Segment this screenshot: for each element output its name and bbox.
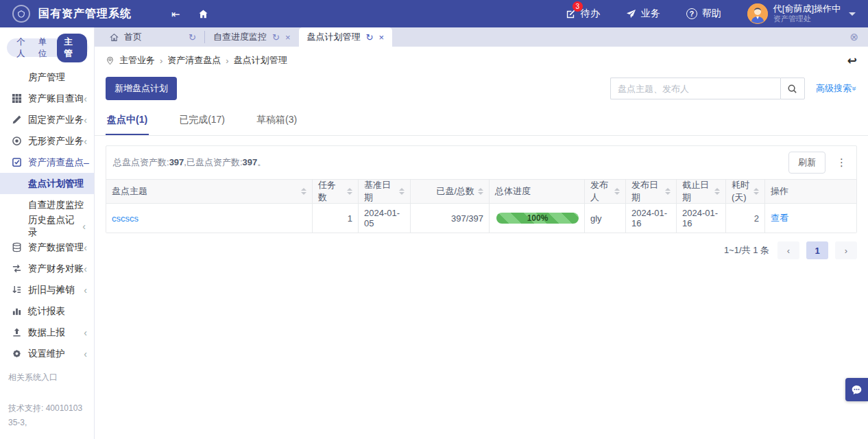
role-tab-personal[interactable]: 个人 — [14, 36, 36, 60]
col-publisher[interactable]: 发布人 — [584, 180, 625, 203]
database-icon — [11, 242, 22, 253]
upload-icon — [11, 327, 22, 338]
cell-publish-date: 2024-01-16 — [625, 204, 676, 233]
back-icon[interactable]: ↩ — [847, 55, 857, 67]
sort-icon — [754, 188, 759, 195]
chevron-icon: ‹ — [84, 94, 87, 104]
sidebar-item-settings[interactable]: 设置维护 ‹ — [0, 343, 94, 364]
home-icon[interactable] — [198, 9, 208, 19]
help-menu[interactable]: ? 帮助 — [686, 8, 721, 20]
sidebar-item-finance-reconciliation[interactable]: 资产财务对账 ‹ — [0, 258, 94, 279]
chat-bubble-icon — [851, 384, 863, 396]
user-menu[interactable]: 代[俞荫成]操作中 资产管理处 — [747, 3, 856, 24]
sidebar-item-asset-accounts[interactable]: 资产账目查询 ‹ — [0, 88, 94, 109]
sidebar-item-asset-inventory[interactable]: 资产清查盘点 – — [0, 152, 94, 173]
business-menu[interactable]: 业务 — [626, 8, 660, 20]
chat-button[interactable] — [845, 378, 868, 401]
inventory-panel: 总盘点资产数:397,已盘点资产数:397。 刷新 ⋮ 盘点主题 任务数 基准日… — [106, 145, 857, 233]
breadcrumb-item[interactable]: 主管业务 — [119, 54, 155, 67]
col-deadline[interactable]: 截止日期 — [676, 180, 725, 203]
sidebar-item-fixed-assets[interactable]: 固定资产业务 ‹ — [0, 109, 94, 130]
refresh-icon[interactable]: ↻ — [366, 33, 374, 42]
next-page-button[interactable]: › — [835, 241, 857, 259]
tab-self-check-monitor[interactable]: 自查进度监控 ↻ × — [205, 27, 299, 47]
breadcrumb-item[interactable]: 盘点计划管理 — [234, 54, 287, 67]
sort-icon — [347, 188, 352, 195]
role-tab-unit[interactable]: 单位 — [36, 36, 58, 60]
sidebar-item-statistics[interactable]: 统计报表 — [0, 300, 94, 322]
main-area: 首页 ↻ 自查进度监控 ↻ × 盘点计划管理 ↻ × ⊗ 主管业务 › 资产清查… — [95, 27, 868, 439]
breadcrumb-item[interactable]: 资产清查盘点 — [167, 54, 221, 67]
col-base-date[interactable]: 基准日期 — [358, 180, 410, 203]
chevron-icon: ‹ — [82, 222, 86, 231]
user-avatar — [747, 3, 768, 24]
sidebar-item-intangible-assets[interactable]: 无形资产业务 ‹ — [0, 130, 94, 152]
app-logo — [12, 5, 30, 23]
collapse-sidebar-icon[interactable]: ⇤ — [171, 9, 180, 19]
sidebar-item-property[interactable]: 房产管理 — [0, 67, 94, 88]
sort-icon — [399, 188, 405, 195]
role-tab-supervisor[interactable]: 主管 — [57, 34, 87, 62]
bar-chart-icon — [11, 306, 22, 317]
sidebar: 个人 单位 主管 房产管理 资产账目查询 ‹ 固定资产业务 ‹ 无形资产业务 ‹ — [0, 27, 95, 439]
advanced-search-link[interactable]: 高级搜索» — [816, 82, 857, 95]
grid-icon — [11, 93, 22, 104]
close-icon[interactable]: × — [378, 33, 384, 42]
swap-icon — [11, 263, 22, 274]
close-all-tabs-icon[interactable]: ⊗ — [849, 31, 858, 43]
pagination-summary: 1~1/共 1 条 — [724, 244, 769, 257]
close-icon[interactable]: × — [285, 33, 291, 42]
top-navbar: 国有资产管理系统 ⇤ 待办 3 业务 ? 帮助 — [0, 0, 868, 27]
sidebar-item-self-check-monitor[interactable]: 自查进度监控 — [0, 194, 94, 215]
sidebar-item-history-records[interactable]: 历史盘点记录 ‹ — [0, 215, 94, 237]
pencil-icon — [11, 115, 22, 126]
page-button-1[interactable]: 1 — [806, 241, 828, 259]
refresh-icon[interactable]: ↻ — [189, 33, 196, 42]
gear-icon — [11, 348, 22, 359]
sidebar-item-depreciation[interactable]: 折旧与摊销 ‹ — [0, 279, 94, 300]
col-days[interactable]: 耗时(天) — [725, 180, 764, 203]
tab-in-progress[interactable]: 盘点中(1) — [106, 107, 149, 135]
search-input[interactable] — [610, 78, 780, 99]
tab-inventory-plan[interactable]: 盘点计划管理 ↻ × — [299, 27, 393, 47]
role-switcher: 个人 单位 主管 — [7, 38, 88, 57]
sidebar-menu: 房产管理 资产账目查询 ‹ 固定资产业务 ‹ 无形资产业务 ‹ 资产清查盘点 – — [0, 67, 94, 372]
cell-tasks: 1 — [312, 204, 358, 233]
tab-home[interactable]: 首页 ↻ — [101, 27, 204, 47]
user-name: 代[俞荫成]操作中 — [773, 3, 841, 14]
double-chevron-down-icon: » — [850, 86, 860, 91]
todo-label: 待办 — [581, 8, 600, 20]
chevron-icon: ‹ — [84, 137, 87, 146]
sidebar-item-data-report[interactable]: 数据上报 ‹ — [0, 322, 94, 343]
col-topic[interactable]: 盘点主题 — [106, 180, 312, 203]
business-label: 业务 — [641, 8, 660, 20]
tab-completed[interactable]: 已完成(17) — [178, 107, 226, 135]
col-progress: 总体进度 — [489, 180, 584, 203]
todo-menu[interactable]: 待办 3 — [566, 8, 600, 20]
tab-drafts[interactable]: 草稿箱(3) — [255, 107, 298, 135]
collapse-expanded-icon: – — [84, 158, 89, 167]
add-inventory-plan-button[interactable]: 新增盘点计划 — [106, 77, 177, 100]
plan-topic-link[interactable]: cscscs — [112, 213, 138, 224]
refresh-icon[interactable]: ↻ — [272, 33, 280, 42]
sort-icon — [665, 188, 671, 195]
app-title: 国有资产管理系统 — [38, 7, 132, 21]
table-row: cscscs 1 2024-01-05 397/397 100% gly 202… — [106, 203, 856, 233]
col-tasks[interactable]: 任务数 — [312, 180, 358, 203]
related-systems-link[interactable]: 相关系统入口 — [8, 372, 86, 383]
search-icon — [787, 84, 797, 94]
cell-days: 2 — [725, 204, 764, 233]
view-action-link[interactable]: 查看 — [771, 212, 788, 224]
sidebar-item-asset-data[interactable]: 资产数据管理 ‹ — [0, 237, 94, 258]
cell-base-date: 2024-01-05 — [358, 204, 410, 233]
sidebar-item-inventory-plan[interactable]: 盘点计划管理 — [0, 173, 94, 194]
chevron-icon: ‹ — [84, 285, 87, 295]
prev-page-button[interactable]: ‹ — [777, 241, 799, 259]
paper-plane-icon — [626, 9, 636, 19]
chevron-icon: ‹ — [84, 349, 87, 359]
refresh-button[interactable]: 刷新 — [788, 152, 825, 174]
col-counted[interactable]: 已盘/总数 — [410, 180, 489, 203]
more-options-icon[interactable]: ⋮ — [834, 156, 849, 169]
search-button[interactable] — [780, 78, 805, 99]
col-publish-date[interactable]: 发布日期 — [625, 180, 676, 203]
